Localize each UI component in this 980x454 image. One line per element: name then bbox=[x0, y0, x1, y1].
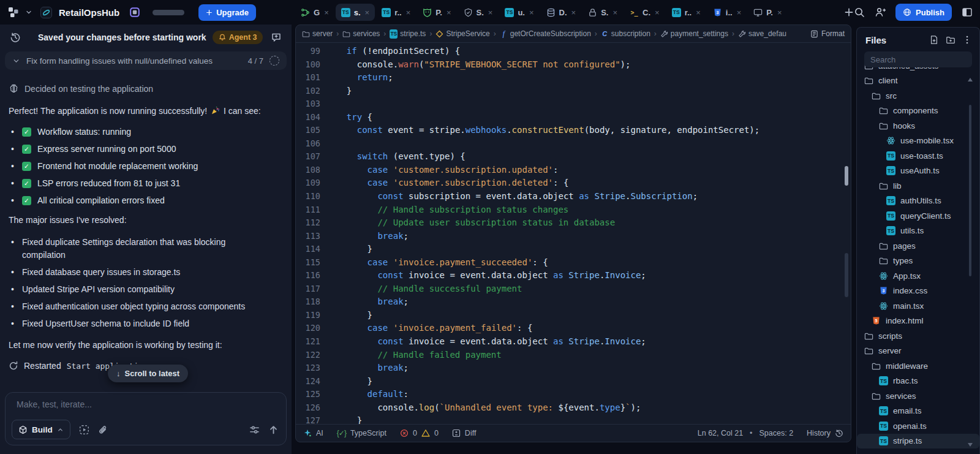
scroll-down-icon[interactable] bbox=[967, 442, 973, 448]
code-line-106[interactable]: 106 bbox=[296, 137, 851, 151]
file-use-mobile.tsx[interactable]: use-mobile.tsx bbox=[857, 134, 979, 149]
tab-i[interactable]: 3i..× bbox=[707, 4, 747, 21]
diff-label[interactable]: Diff bbox=[465, 429, 477, 437]
code-line-125[interactable]: 125 default: bbox=[296, 388, 851, 401]
file-types[interactable]: types bbox=[857, 254, 979, 269]
code-line-118[interactable]: 118 break; bbox=[296, 295, 851, 309]
code-line-121[interactable]: 121 const invoice = event.data.object as… bbox=[296, 335, 851, 349]
close-tab-icon[interactable]: × bbox=[612, 8, 617, 17]
code-line-115[interactable]: 115 case 'invoice.payment_succeeded': { bbox=[296, 256, 851, 270]
tab-S[interactable]: S.× bbox=[458, 4, 499, 21]
code-line-120[interactable]: 120 case 'invoice.payment_failed': { bbox=[296, 322, 851, 335]
code-line-100[interactable]: 100 console.warn("STRIPE_WEBHOOK_SECRET … bbox=[296, 58, 851, 72]
diff-icon[interactable] bbox=[452, 429, 461, 437]
chat-input[interactable] bbox=[15, 399, 276, 410]
close-tab-icon[interactable]: × bbox=[324, 8, 329, 17]
history-icon[interactable] bbox=[835, 429, 843, 437]
close-tab-icon[interactable]: × bbox=[488, 8, 493, 17]
file-authUtils.ts[interactable]: TSauthUtils.ts bbox=[857, 194, 979, 209]
search-icon[interactable] bbox=[854, 7, 865, 18]
editor-scrollbar-thumb[interactable] bbox=[845, 166, 848, 186]
invite-icon[interactable] bbox=[875, 7, 886, 18]
code-line-124[interactable]: 124 } bbox=[296, 375, 851, 388]
breadcrumb-payment_settings[interactable]: payment_settings bbox=[660, 29, 728, 38]
file-lib[interactable]: lib bbox=[857, 178, 979, 194]
settings-sliders-icon[interactable] bbox=[249, 425, 260, 435]
upgrade-button[interactable]: Upgrade bbox=[198, 4, 256, 21]
publish-button[interactable]: Publish bbox=[895, 4, 952, 21]
close-tab-icon[interactable]: × bbox=[655, 8, 660, 17]
code-line-105[interactable]: 105 const event = stripe.webhooks.constr… bbox=[296, 124, 851, 137]
scroll-up-icon[interactable] bbox=[967, 77, 973, 83]
stop-square-icon[interactable] bbox=[130, 7, 140, 17]
ai-icon[interactable] bbox=[303, 429, 312, 437]
close-tab-icon[interactable]: × bbox=[737, 8, 742, 17]
file-index.html[interactable]: 5index.html bbox=[857, 314, 979, 329]
editor-scrollbar-thumb-secondary[interactable] bbox=[845, 253, 848, 297]
kebab-menu-icon[interactable] bbox=[962, 35, 972, 45]
breadcrumb-getOrCreateSubscription[interactable]: fgetOrCreateSubscription bbox=[500, 29, 591, 38]
cursor-position[interactable]: Ln 62, Col 21 bbox=[698, 429, 743, 437]
code-line-107[interactable]: 107 switch (event.type) { bbox=[296, 150, 851, 164]
file-utils.ts[interactable]: TSutils.ts bbox=[857, 224, 979, 239]
tab-s[interactable]: TSs.× bbox=[336, 4, 375, 21]
chevron-down-icon[interactable] bbox=[25, 9, 32, 16]
layout-toggle-icon[interactable] bbox=[962, 7, 973, 18]
replit-menu-icon[interactable] bbox=[7, 6, 20, 18]
history-icon[interactable] bbox=[10, 32, 21, 43]
file-App.tsx[interactable]: App.tsx bbox=[857, 268, 979, 284]
close-tab-icon[interactable]: × bbox=[777, 8, 782, 17]
close-tab-icon[interactable]: × bbox=[365, 8, 370, 17]
agent-thought[interactable]: Decided on testing the application bbox=[9, 83, 287, 94]
attach-icon[interactable] bbox=[98, 425, 108, 435]
code-line-123[interactable]: 123 break; bbox=[296, 361, 851, 375]
code-line-111[interactable]: 111 // Handle subscription status change… bbox=[296, 203, 851, 217]
close-tab-icon[interactable]: × bbox=[447, 8, 451, 17]
send-icon[interactable] bbox=[268, 425, 279, 435]
file-middleware[interactable]: middleware bbox=[857, 358, 979, 374]
tab-G[interactable]: G× bbox=[295, 4, 334, 21]
breadcrumb-stripe.ts[interactable]: TSstripe.ts bbox=[390, 29, 426, 38]
code-line-101[interactable]: 101 return; bbox=[296, 71, 851, 85]
code-line-103[interactable]: 103 bbox=[296, 97, 851, 111]
code-line-112[interactable]: 112 // Update user subscription status i… bbox=[296, 216, 851, 230]
errors-icon[interactable] bbox=[400, 429, 409, 437]
scroll-to-latest-button[interactable]: ↓ Scroll to latest bbox=[108, 365, 188, 382]
file-stripe.ts[interactable]: TSstripe.ts bbox=[857, 434, 979, 449]
new-thread-icon[interactable] bbox=[271, 32, 282, 43]
file-hooks[interactable]: hooks bbox=[857, 118, 979, 134]
mode-build-button[interactable]: Build bbox=[12, 420, 70, 439]
file-services[interactable]: services bbox=[857, 388, 979, 404]
code-line-110[interactable]: 110 const subscription = event.data.obje… bbox=[296, 190, 851, 203]
agent-badge[interactable]: Agent 3 bbox=[213, 31, 263, 44]
breadcrumb-save_defau[interactable]: save_defau bbox=[738, 29, 786, 38]
close-tab-icon[interactable]: × bbox=[571, 8, 576, 17]
breadcrumb-StripeService[interactable]: StripeService bbox=[435, 29, 489, 38]
language-label[interactable]: TypeScript bbox=[350, 429, 386, 437]
file-components[interactable]: components bbox=[857, 104, 979, 119]
close-tab-icon[interactable]: × bbox=[406, 8, 411, 17]
tab-r[interactable]: TSr..× bbox=[376, 4, 416, 21]
code-line-114[interactable]: 114 } bbox=[296, 243, 851, 256]
code-line-102[interactable]: 102 } bbox=[296, 85, 851, 98]
tab-P[interactable]: P.× bbox=[748, 4, 787, 21]
tab-S[interactable]: S.× bbox=[582, 4, 623, 21]
file-openai.ts[interactable]: TSopenai.ts bbox=[857, 418, 979, 434]
ai-label[interactable]: AI bbox=[316, 429, 323, 437]
files-search-input[interactable] bbox=[864, 51, 972, 67]
code-line-116[interactable]: 116 const invoice = event.data.object as… bbox=[296, 269, 851, 282]
file-src[interactable]: src bbox=[857, 88, 979, 104]
new-tab-icon[interactable] bbox=[844, 7, 854, 17]
code-line-113[interactable]: 113 break; bbox=[296, 230, 851, 243]
history-label[interactable]: History bbox=[807, 429, 831, 437]
code-line-109[interactable]: 109 case 'customer.subscription.deleted'… bbox=[296, 176, 851, 190]
file-pages[interactable]: pages bbox=[857, 238, 979, 254]
close-tab-icon[interactable]: × bbox=[696, 8, 701, 17]
file-useAuth.ts[interactable]: TSuseAuth.ts bbox=[857, 164, 979, 179]
screen-capture-icon[interactable] bbox=[79, 425, 89, 435]
files-scrollbar-thumb[interactable] bbox=[969, 105, 971, 276]
file-email.ts[interactable]: TSemail.ts bbox=[857, 404, 979, 419]
code-line-126[interactable]: 126 console.log(`Unhandled event type: $… bbox=[296, 401, 851, 415]
close-tab-icon[interactable]: × bbox=[529, 8, 534, 17]
chevron-down-icon[interactable] bbox=[12, 57, 20, 65]
